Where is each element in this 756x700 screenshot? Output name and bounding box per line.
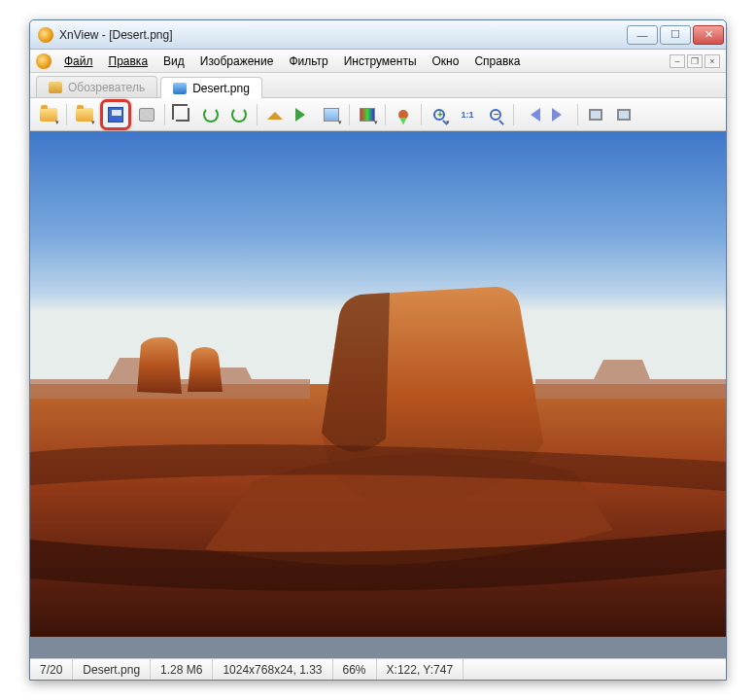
open-button[interactable]	[72, 102, 97, 127]
status-index: 7/20	[30, 659, 73, 680]
picture-button[interactable]	[319, 102, 344, 127]
menu-filter[interactable]: Фильтр	[282, 52, 334, 70]
close-button[interactable]: ✕	[693, 25, 724, 45]
separator	[164, 104, 165, 125]
status-filename: Desert.png	[73, 659, 151, 680]
rotate-ccw-icon	[203, 107, 219, 122]
menu-help[interactable]: Справка	[467, 52, 527, 70]
tab-browser[interactable]: Обозреватель	[36, 76, 157, 97]
menu-file[interactable]: Файл	[57, 52, 100, 70]
zoom-11-button[interactable]: 1:1	[455, 102, 480, 127]
next-arrow-icon	[552, 108, 568, 122]
export-arrow-icon	[295, 108, 312, 122]
zoom-11-icon: 1:1	[461, 110, 473, 120]
image-tab-icon	[173, 83, 187, 94]
folder-tree-icon	[40, 108, 57, 122]
status-filesize: 1.28 M6	[151, 659, 213, 680]
rotate-cw-button[interactable]	[226, 102, 252, 127]
mdi-close-button[interactable]: ×	[704, 54, 720, 68]
next-button[interactable]	[547, 102, 572, 127]
menubar: Файл Правка Вид Изображение Фильтр Инстр…	[30, 50, 726, 73]
palette-icon	[360, 108, 375, 122]
screen-r-button[interactable]	[611, 102, 636, 127]
minimize-button[interactable]: —	[627, 25, 658, 45]
mdi-minimize-button[interactable]: –	[670, 54, 685, 68]
award-button[interactable]	[391, 102, 416, 127]
crop-button[interactable]	[170, 102, 195, 127]
folder-open-icon	[76, 108, 93, 122]
home-icon	[267, 104, 283, 120]
menu-window[interactable]: Окно	[426, 52, 466, 70]
export-button[interactable]	[291, 102, 316, 127]
separator	[349, 104, 350, 125]
zoom-out-button[interactable]: –	[483, 102, 508, 127]
tab-file-label: Desert.png	[192, 82, 250, 95]
floppy-disk-icon	[108, 107, 123, 122]
award-icon	[398, 110, 408, 120]
image-viewport[interactable]	[30, 131, 726, 658]
tab-file[interactable]: Desert.png	[160, 77, 262, 98]
screen-l-button[interactable]	[583, 102, 608, 127]
window-buttons: — ☐ ✕	[627, 25, 724, 45]
zoom-in-icon: +	[433, 109, 445, 121]
zoom-in-button[interactable]: +	[427, 102, 452, 127]
browse-button[interactable]	[36, 102, 61, 127]
tabs: Обозреватель Desert.png	[30, 73, 726, 98]
prev-arrow-icon	[524, 108, 540, 122]
save-button[interactable]	[100, 99, 131, 130]
picture-icon	[324, 108, 339, 122]
separator	[257, 104, 258, 125]
browser-icon	[49, 82, 62, 93]
mdi-restore-button[interactable]: ❐	[687, 54, 703, 68]
separator	[577, 104, 578, 125]
app-icon	[38, 27, 53, 43]
statusbar: 7/20 Desert.png 1.28 M6 1024x768x24, 1.3…	[30, 658, 726, 680]
status-coords: X:122, Y:747	[377, 659, 464, 680]
window-title: XnView - [Desert.png]	[59, 28, 627, 42]
prev-button[interactable]	[519, 102, 544, 127]
crop-icon	[176, 108, 189, 122]
zoom-out-icon: –	[490, 109, 501, 121]
palette-button[interactable]	[355, 102, 380, 127]
app-window: XnView - [Desert.png] — ☐ ✕ Файл Правка …	[29, 19, 727, 681]
screen-full-icon	[617, 109, 631, 121]
menu-view[interactable]: Вид	[156, 52, 191, 70]
separator	[513, 104, 514, 125]
menu-edit[interactable]: Правка	[102, 52, 155, 70]
print-button[interactable]	[134, 102, 159, 127]
menu-image[interactable]: Изображение	[193, 52, 281, 70]
tab-browser-label: Обозреватель	[68, 81, 145, 94]
rotate-ccw-button[interactable]	[198, 102, 223, 127]
status-zoom: 66%	[333, 659, 377, 680]
status-dimensions: 1024x768x24, 1.33	[213, 659, 332, 680]
mdi-buttons: – ❐ ×	[670, 54, 720, 68]
desert-image	[30, 131, 726, 637]
home-button[interactable]	[262, 102, 288, 127]
separator	[421, 104, 422, 125]
titlebar[interactable]: XnView - [Desert.png] — ☐ ✕	[30, 20, 726, 50]
screen-fit-icon	[589, 109, 602, 121]
separator	[66, 104, 67, 125]
menu-tools[interactable]: Инструменты	[337, 52, 424, 70]
rotate-cw-icon	[231, 107, 247, 122]
maximize-button[interactable]: ☐	[660, 25, 691, 45]
menubar-app-icon	[36, 53, 52, 69]
separator	[385, 104, 386, 125]
printer-icon	[139, 108, 155, 122]
toolbar: + 1:1 –	[30, 98, 726, 131]
